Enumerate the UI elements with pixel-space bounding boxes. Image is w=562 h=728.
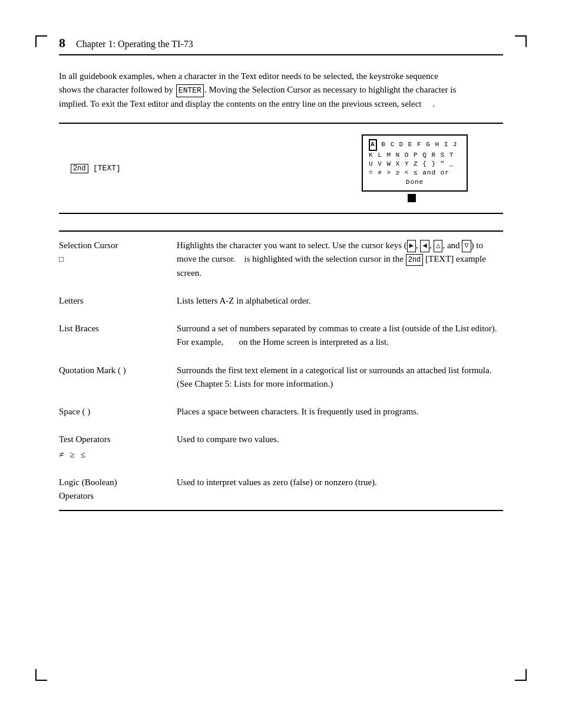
table-row-space: Space ( ) Places a space between charact… — [59, 398, 503, 426]
corner-mark-br — [515, 669, 527, 681]
term-symbol: □ — [59, 253, 165, 265]
chapter-number: 8 — [59, 35, 65, 51]
sym-leq: ≤ — [80, 448, 85, 462]
term-logic: Logic (Boolean) Operators — [59, 469, 177, 511]
term-selection-cursor: Selection Cursor □ — [59, 231, 177, 287]
desc-letters: Lists letters A-Z in alphabetical order. — [177, 287, 503, 315]
chapter-title: Chapter 1: Operating the TI-73 — [76, 39, 193, 50]
screen-line-3: U V W X Y Z { } " _ — [369, 160, 461, 169]
body-text-end: . — [432, 99, 435, 108]
screen-line-5: Done — [369, 178, 461, 187]
cursor-indicator — [408, 194, 416, 202]
table-row-letters: Letters Lists letters A-Z in alphabetica… — [59, 287, 503, 315]
corner-mark-bl — [35, 669, 47, 681]
left-key: ◀ — [420, 240, 429, 252]
table-row-selection-cursor: Selection Cursor □ Highlights the charac… — [59, 231, 503, 287]
chapter-header: 8 Chapter 1: Operating the TI-73 — [59, 35, 503, 55]
up-key: △ — [434, 240, 442, 252]
sym-geq: ≥ — [70, 448, 74, 462]
corner-mark-tr — [515, 35, 527, 47]
screen-line-2: K L M N O P Q R S T — [369, 151, 461, 160]
table-row-quotation: Quotation Mark ( ) Surrounds the first t… — [59, 357, 503, 398]
page: 8 Chapter 1: Operating the TI-73 In all … — [0, 0, 562, 728]
term-list-braces: List Braces — [59, 315, 177, 357]
desc-list-braces: Surround a set of numbers separated by c… — [177, 315, 503, 357]
test-operators-label: Test Operators — [59, 433, 165, 446]
right-key: ▶ — [407, 240, 416, 252]
2nd-ref: 2nd — [406, 254, 424, 266]
sym-neq: ≠ — [59, 448, 64, 462]
enter-key: ENTER — [176, 84, 204, 97]
desc-test-operators: Used to compare two values. — [177, 426, 503, 469]
test-operators-symbols: ≠ ≥ ≤ — [59, 448, 165, 462]
table-row-test-operators: Test Operators ≠ ≥ ≤ Used to compare two… — [59, 426, 503, 469]
term-label: Selection Cursor — [59, 239, 165, 252]
body-text: In all guidebook examples, when a charac… — [59, 70, 459, 111]
logic-label-line1: Logic (Boolean) — [59, 477, 117, 487]
term-letters: Letters — [59, 287, 177, 315]
desc-selection-cursor: Highlights the character you want to sel… — [177, 231, 503, 287]
info-table: Selection Cursor □ Highlights the charac… — [59, 230, 503, 511]
table-row-logic: Logic (Boolean) Operators Used to interp… — [59, 469, 503, 511]
down-key: ▽ — [462, 240, 471, 252]
screen-line-4: = ≠ > ≥ < ≤ and or — [369, 169, 461, 177]
term-space: Space ( ) — [59, 398, 177, 426]
screen-line-1: A B C D E F G H I J — [369, 139, 461, 150]
table-row-list-braces: List Braces Surround a set of numbers se… — [59, 315, 503, 357]
screen-display: A B C D E F G H I J K L M N O P Q R S T … — [362, 134, 468, 192]
term-quotation: Quotation Mark ( ) — [59, 357, 177, 398]
2nd-key: 2nd — [71, 164, 88, 173]
screen-section: 2nd [TEXT] A B C D E F G H I J K L M N O… — [59, 123, 503, 214]
desc-space: Places a space between characters. It is… — [177, 398, 503, 426]
desc-logic: Used to interpret values as zero (false)… — [177, 469, 503, 511]
corner-mark-tl — [35, 35, 47, 47]
term-test-operators: Test Operators ≠ ≥ ≤ — [59, 426, 177, 469]
desc-quotation: Surrounds the first text element in a ca… — [177, 357, 503, 398]
screen-label: 2nd [TEXT] — [71, 163, 121, 173]
logic-label-line2: Operators — [59, 491, 94, 500]
text-key: [TEXT] — [93, 164, 121, 173]
